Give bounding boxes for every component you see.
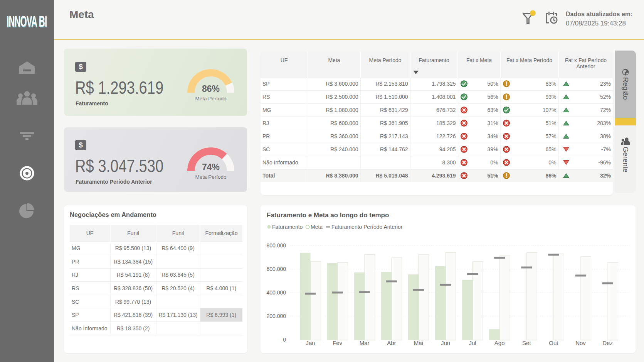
svg-text:400.000: 400.000 — [266, 289, 286, 296]
svg-text:Jul: Jul — [469, 340, 476, 346]
svg-text:Jun: Jun — [441, 340, 450, 346]
svg-text:Faturamento Período Anterior: Faturamento Período Anterior — [331, 224, 403, 230]
svg-text:Mar: Mar — [360, 340, 370, 346]
svg-text:Set: Set — [522, 340, 531, 346]
svg-text:Fev: Fev — [333, 340, 343, 346]
svg-text:Faturamento: Faturamento — [272, 224, 303, 230]
svg-text:Abr: Abr — [387, 340, 396, 346]
svg-text:Dez: Dez — [602, 340, 613, 346]
svg-text:Nov: Nov — [575, 340, 586, 346]
svg-text:0: 0 — [283, 337, 286, 343]
svg-text:Ago: Ago — [494, 340, 505, 346]
svg-text:600.000: 600.000 — [266, 266, 286, 272]
svg-text:Out: Out — [549, 340, 558, 346]
svg-text:200.000: 200.000 — [266, 313, 286, 319]
svg-text:Faturamento e Meta ao longo do: Faturamento e Meta ao longo do tempo — [267, 211, 389, 219]
svg-text:800.000: 800.000 — [266, 242, 286, 249]
svg-text:Meta: Meta — [311, 224, 323, 230]
svg-text:Mai: Mai — [414, 340, 423, 346]
svg-text:Jan: Jan — [306, 340, 315, 346]
